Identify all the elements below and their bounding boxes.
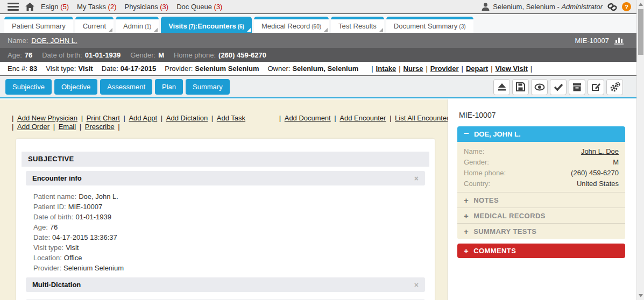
name-label: Name: — [8, 37, 28, 45]
link-chain-icon[interactable] — [607, 3, 618, 11]
archive-button[interactable] — [569, 79, 585, 95]
separator: | — [123, 114, 125, 122]
edit-button[interactable] — [588, 79, 604, 95]
owner-value: Selenium, Selenium — [292, 65, 358, 73]
field-label: Location: — [33, 254, 62, 262]
tab-medical-record[interactable]: Medical Record(60) — [254, 17, 329, 33]
field-label: Patient name: — [33, 192, 76, 201]
accordion-medical-records[interactable]: +MEDICAL RECORDS — [457, 208, 625, 224]
patient-summary-panel: − DOE, JOHN L. Name:John L. Doe Gender:M… — [457, 126, 625, 258]
add-appt-link[interactable]: Add Appt — [129, 114, 157, 122]
email-link[interactable]: Email — [59, 123, 76, 131]
plan-button[interactable]: Plan — [155, 79, 183, 95]
nav-physicians[interactable]: Physicians (3) — [125, 3, 169, 11]
visit-type-field: Visit type:Visit — [46, 65, 93, 73]
separator: | — [426, 65, 427, 73]
patient-name-link[interactable]: John L. Doe — [581, 147, 619, 155]
collapse-icon[interactable]: − — [464, 128, 469, 139]
assessment-button[interactable]: Assessment — [100, 79, 152, 95]
list-all-encounters-link[interactable]: List All Encounters — [395, 114, 452, 122]
owner-field: Owner:Selenium, Selenium — [267, 65, 358, 73]
tab-document-summary[interactable]: Document Summary(3) — [386, 17, 473, 33]
hamburger-menu-icon[interactable] — [8, 3, 19, 11]
accordion-label: NOTES — [473, 196, 499, 204]
objective-button[interactable]: Objective — [54, 79, 97, 95]
separator: | — [211, 114, 213, 122]
intake-link[interactable]: Intake — [376, 65, 397, 73]
summary-button[interactable]: Summary — [186, 79, 230, 95]
main-content-area: | Add New Physician | Print Chart | Add … — [0, 99, 448, 300]
encounter-links: | Intake | Nurse | Provider | Depart | V… — [371, 65, 532, 73]
tab-label: Visits — [168, 22, 187, 30]
prescribe-link[interactable]: Prescribe — [85, 123, 115, 131]
preview-button[interactable] — [531, 79, 548, 95]
accordion-notes[interactable]: +NOTES — [457, 192, 625, 208]
add-new-physician-link[interactable]: Add New Physician — [17, 114, 77, 122]
provider-value: Selenium Selenium — [195, 65, 259, 73]
nav-esign[interactable]: Esign (5) — [41, 3, 69, 11]
home-phone-label: Home phone: — [174, 51, 216, 59]
field-date: Date:04-17-2015 13:36:37 — [33, 232, 435, 242]
close-icon[interactable]: × — [414, 174, 419, 183]
separator: | — [462, 65, 463, 73]
field-patient-id: Patient ID:MIE-10007 — [33, 202, 435, 212]
tab-label: Document Summary — [394, 22, 457, 30]
field-dob: Date of birth:01-01-1939 — [33, 212, 435, 222]
gears-icon — [610, 82, 620, 92]
sidebar-patient-id: MIE-10007 — [459, 111, 636, 119]
tab-admin[interactable]: Admin(1) — [116, 17, 159, 33]
tab-current[interactable]: Current — [75, 17, 114, 33]
provider-link[interactable]: Provider — [430, 65, 459, 73]
patient-sidebar: MIE-10007 − DOE, JOHN L. Name:John L. Do… — [448, 99, 636, 300]
view-visit-link[interactable]: View Visit — [496, 65, 528, 73]
nav-doc-queue[interactable]: Doc Queue (3) — [176, 3, 222, 11]
gender-value: M — [158, 51, 164, 59]
patient-name-link[interactable]: DOE, JOHN L. — [31, 37, 77, 45]
scroll-down-arrow[interactable] — [639, 294, 643, 297]
separator: | — [118, 123, 119, 131]
add-order-link[interactable]: Add Order — [17, 123, 49, 131]
tab-visits-encounters[interactable]: Visits(7):Encounters(6) — [161, 17, 252, 33]
tab-label: Admin — [123, 22, 143, 30]
depart-link[interactable]: Depart — [466, 65, 488, 73]
dob-label: Date of birth: — [42, 51, 82, 59]
settings-button[interactable] — [606, 79, 623, 95]
field-label: Visit type: — [33, 244, 63, 252]
scrollbar-thumb[interactable] — [638, 9, 643, 55]
enc-number-field: Enc #:83 — [8, 65, 37, 73]
add-task-link[interactable]: Add Task — [217, 114, 245, 122]
field-label: Patient ID: — [33, 203, 66, 211]
eye-icon — [534, 83, 545, 91]
sidebar-row-country: Country:United States — [457, 178, 625, 189]
tab-patient-summary[interactable]: Patient Summary — [4, 17, 73, 33]
chart-stats-icon[interactable] — [614, 37, 625, 45]
save-button[interactable] — [512, 79, 529, 95]
encounter-info-section-header[interactable]: Encounter info × — [26, 171, 425, 185]
add-document-link[interactable]: Add Document — [285, 114, 331, 122]
home-icon[interactable] — [25, 3, 34, 11]
comments-button[interactable]: + COMMENTS — [457, 244, 625, 258]
vertical-scrollbar[interactable] — [636, 0, 644, 300]
age-value: 76 — [25, 51, 32, 59]
accordion-summary-tests[interactable]: +SUMMARY TESTS — [457, 224, 625, 239]
help-icon[interactable]: ? — [622, 2, 631, 11]
tab-label: Test Results — [338, 22, 377, 30]
nurse-link[interactable]: Nurse — [404, 65, 423, 73]
add-encounter-link[interactable]: Add Encounter — [339, 114, 386, 122]
tab-count: (60) — [312, 24, 321, 30]
print-chart-link[interactable]: Print Chart — [87, 114, 120, 122]
eject-button[interactable] — [493, 79, 510, 95]
close-icon[interactable]: × — [414, 281, 419, 289]
separator: | — [491, 65, 492, 73]
current-user-label: Selenium, Selenium - Administrator — [493, 3, 603, 11]
multi-dictation-section-header[interactable]: Multi-Dictation × — [26, 277, 425, 292]
nav-my-tasks[interactable]: My Tasks (2) — [77, 3, 116, 11]
field-value: 01-01-1939 — [75, 213, 111, 221]
add-dictation-link[interactable]: Add Dictation — [166, 114, 208, 122]
sign-off-button[interactable] — [550, 79, 567, 95]
scroll-up-arrow[interactable] — [639, 3, 643, 6]
subjective-button[interactable]: Subjective — [5, 79, 52, 95]
patient-panel-header[interactable]: − DOE, JOHN L. — [457, 126, 625, 142]
tab-test-results[interactable]: Test Results — [331, 17, 384, 33]
row-label: Home phone: — [464, 169, 506, 177]
